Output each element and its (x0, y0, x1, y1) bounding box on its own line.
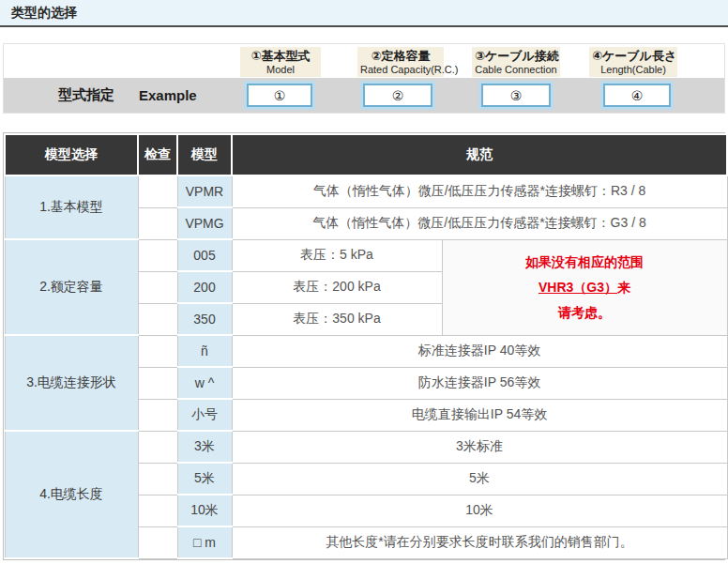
page-title: 类型的选择 (11, 5, 77, 22)
page-title-bar: 类型的选择 (0, 0, 728, 27)
note-line1: 如果没有相应的范围 (443, 250, 727, 275)
spec-cell: 表压：200 kPa (232, 271, 442, 303)
model-cell: 005 (177, 239, 232, 271)
check-cell[interactable] (138, 335, 177, 367)
selector-col-rated-capacity: ②定格容量 Rated Capacity(R.C.) (357, 47, 444, 77)
table-row: 2.额定容量 005 表压：5 kPa 如果没有相应的范围 VHR3（G3）来 … (5, 239, 727, 271)
model-cell: 小号 (177, 399, 232, 431)
group-label-basic-model: 1.基本模型 (5, 175, 138, 239)
group-label-rated-capacity: 2.额定容量 (5, 239, 138, 335)
table-header-row: 模型选择 检查 模型 规范 (5, 134, 727, 175)
check-cell[interactable] (138, 367, 177, 399)
example-box-4: ④ (600, 81, 674, 110)
table-row: 3.电缆连接形状 ñ 标准连接器IP 40等效 (5, 335, 727, 367)
selector-column-headers: ①基本型式 Model ②定格容量 Rated Capacity(R.C.) ③… (4, 44, 724, 78)
model-cell: ñ (177, 335, 232, 367)
note-line3: 请考虑。 (443, 300, 727, 326)
selector-col-cable-connection: ③ケーブル接続 Cable Connection (472, 47, 560, 77)
check-cell[interactable] (138, 526, 177, 558)
spec-cell: 表压：350 kPa (232, 303, 442, 335)
header-model-selection: 模型选择 (5, 134, 138, 175)
check-cell[interactable] (138, 175, 177, 207)
spec-cell: 标准连接器IP 40等效 (232, 335, 727, 367)
selector-col-cable-length: ④ケーブル長さ Length(Cable) (589, 47, 677, 77)
spec-cell: 防水连接器IP 56等效 (232, 367, 727, 399)
spec-cell: 气体（惰性气体）微压/低压压力传感器*连接螺钉：G3 / 8 (232, 207, 727, 239)
model-cell: 200 (177, 271, 232, 303)
table-row: 1.基本模型 VPMR 气体（惰性气体）微压/低压压力传感器*连接螺钉：R3 /… (5, 175, 727, 207)
range-note: 如果没有相应的范围 VHR3（G3）来 请考虑。 (442, 239, 727, 335)
model-cell: 10米 (177, 495, 232, 526)
spec-cell: 3米标准 (232, 431, 727, 463)
model-cell: VPMR (177, 175, 232, 207)
check-cell[interactable] (138, 271, 177, 303)
check-cell[interactable] (138, 431, 177, 463)
spec-cell: 电缆直接输出IP 54等效 (232, 399, 727, 431)
vhr3-link[interactable]: VHR3（G3） (538, 280, 617, 295)
check-cell[interactable] (138, 399, 177, 431)
model-cell: □ m (177, 526, 232, 558)
selection-table: 模型选择 检查 模型 规范 1.基本模型 VPMR 气体（惰性气体）微压/低压压… (3, 132, 725, 560)
example-label: 型式指定 Example (58, 78, 197, 113)
note-line2: VHR3（G3）来 (443, 275, 727, 300)
check-cell[interactable] (138, 303, 177, 335)
model-cell: 350 (177, 303, 232, 335)
model-cell: w ^ (177, 367, 232, 399)
group-label-cable-length: 4.电缆长度 (5, 431, 138, 558)
example-box-1: ① (244, 81, 315, 110)
header-spec: 规范 (232, 134, 727, 175)
selector-col-basic-model: ①基本型式 Model (240, 47, 321, 77)
spec-cell: 10米 (232, 495, 727, 526)
model-code-selector: ①基本型式 Model ②定格容量 Rated Capacity(R.C.) ③… (3, 43, 725, 114)
spec-cell: 气体（惰性气体）微压/低压压力传感器*连接螺钉：R3 / 8 (232, 175, 727, 207)
model-cell: 3米 (177, 431, 232, 463)
check-cell[interactable] (138, 207, 177, 239)
example-row: 型式指定 Example ① ② ③ ④ (4, 78, 724, 113)
check-cell[interactable] (138, 463, 177, 495)
check-cell[interactable] (138, 495, 177, 526)
spec-cell: 5米 (232, 463, 727, 495)
example-box-2: ② (360, 81, 435, 110)
example-box-3: ③ (478, 81, 554, 110)
check-cell[interactable] (138, 239, 177, 271)
spec-cell: 其他长度*请在分别要求长度时联系我们的销售部门。 (232, 526, 727, 558)
model-cell: VPMG (177, 207, 232, 239)
table-row: 4.电缆长度 3米 3米标准 (5, 431, 727, 463)
spec-cell: 表压：5 kPa (232, 239, 442, 271)
model-cell: 5米 (177, 463, 232, 495)
header-check: 检查 (138, 134, 177, 175)
group-label-cable-connection: 3.电缆连接形状 (5, 335, 138, 431)
header-model: 模型 (177, 134, 232, 175)
